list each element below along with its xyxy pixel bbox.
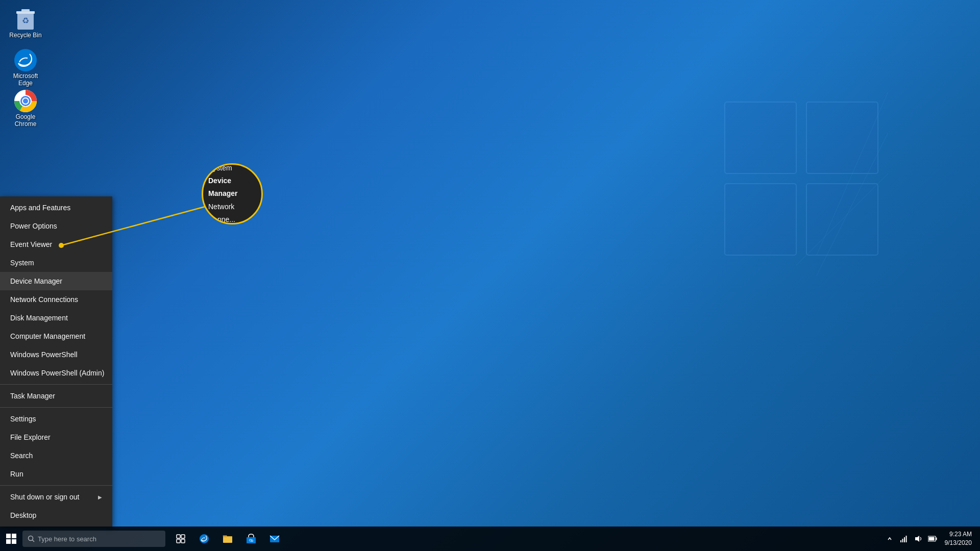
menu-item-run[interactable]: Run (0, 465, 112, 483)
taskbar-app-icons: 🛍 (169, 528, 286, 550)
svg-text:♻: ♻ (22, 16, 29, 25)
svg-point-11 (14, 49, 37, 71)
system-clock[interactable]: 9:23 AM 9/13/2020 (941, 530, 976, 547)
file-explorer-button[interactable] (216, 528, 239, 550)
svg-rect-27 (181, 539, 185, 543)
menu-item-network-connections[interactable]: Network Connections (0, 290, 112, 309)
ms-edge-label: Microsoft Edge (7, 72, 44, 87)
menu-item-settings[interactable]: Settings (0, 410, 112, 428)
separator-2 (0, 407, 112, 408)
store-button[interactable]: 🛍 (240, 528, 262, 550)
menu-item-apps-and-features[interactable]: Apps and Features (0, 198, 112, 217)
svg-rect-24 (177, 535, 180, 538)
svg-point-22 (29, 536, 33, 541)
separator-3 (0, 485, 112, 486)
desktop: ♻ Recycle Bin Microsoft Edge Google Chro… (0, 0, 980, 551)
svg-rect-30 (223, 536, 227, 537)
volume-status-icon (914, 535, 922, 543)
file-explorer-icon (223, 534, 233, 544)
magnifier-text-device-manager: Device Manager (208, 174, 261, 200)
edge-taskbar-icon (199, 534, 209, 544)
mail-button[interactable] (263, 528, 286, 550)
context-menu: Apps and Features Power Options Event Vi… (0, 196, 112, 527)
svg-rect-36 (904, 537, 905, 542)
svg-rect-2 (725, 184, 796, 255)
menu-item-system[interactable]: System (0, 254, 112, 272)
svg-rect-20 (6, 539, 11, 544)
magnifier-text-network: Network Conne... (208, 201, 261, 224)
svg-point-28 (200, 534, 209, 543)
svg-rect-41 (928, 537, 934, 541)
battery-status-icon (928, 536, 937, 542)
recycle-bin-svg: ♻ (13, 7, 38, 32)
svg-line-23 (33, 540, 35, 542)
menu-item-windows-powershell[interactable]: Windows PowerShell (0, 345, 112, 364)
taskbar: Type here to search (0, 527, 980, 551)
svg-point-15 (23, 98, 28, 104)
menu-item-desktop[interactable]: Desktop (0, 506, 112, 524)
menu-item-windows-powershell-admin[interactable]: Windows PowerShell (Admin) (0, 364, 112, 382)
taskbar-left: Type here to search (0, 528, 884, 550)
volume-icon[interactable] (912, 533, 924, 545)
svg-text:🛍: 🛍 (249, 538, 253, 543)
edge-taskbar-button[interactable] (193, 528, 215, 550)
battery-icon[interactable] (926, 533, 939, 545)
svg-rect-26 (177, 539, 180, 543)
search-placeholder: Type here to search (38, 535, 96, 543)
svg-rect-34 (900, 540, 901, 542)
svg-rect-35 (902, 539, 903, 542)
system-tray (884, 533, 939, 545)
chrome-label: Google Chrome (7, 113, 44, 128)
taskbar-search[interactable]: Type here to search (22, 531, 165, 547)
separator-1 (0, 384, 112, 385)
taskbar-right: 9:23 AM 9/13/2020 (884, 530, 980, 547)
svg-rect-0 (725, 102, 796, 173)
ms-edge-icon[interactable]: Microsoft Edge (5, 46, 46, 89)
windows-logo (715, 92, 888, 327)
menu-item-search[interactable]: Search (0, 446, 112, 465)
svg-rect-1 (806, 102, 878, 173)
chevron-up-icon (887, 536, 892, 541)
menu-item-disk-management[interactable]: Disk Management (0, 309, 112, 327)
clock-time: 9:23 AM (945, 530, 972, 539)
task-view-icon (176, 534, 185, 543)
recycle-bin-label: Recycle Bin (9, 32, 41, 39)
clock-date: 9/13/2020 (945, 539, 972, 547)
edge-svg (13, 48, 38, 72)
svg-rect-9 (21, 9, 30, 12)
svg-rect-18 (6, 534, 11, 538)
store-icon: 🛍 (246, 534, 256, 544)
svg-rect-40 (936, 538, 937, 540)
menu-item-device-manager[interactable]: Device Manager (0, 272, 112, 290)
mail-icon (270, 534, 280, 544)
magnifier-text-system: System (208, 163, 232, 174)
task-view-button[interactable] (169, 528, 192, 550)
menu-item-shut-down[interactable]: Shut down or sign out ▶ (0, 488, 112, 506)
chrome-icon[interactable]: Google Chrome (5, 87, 46, 130)
svg-marker-38 (915, 536, 919, 542)
menu-item-task-manager[interactable]: Task Manager (0, 387, 112, 405)
search-icon (28, 535, 35, 542)
network-icon[interactable] (898, 533, 910, 545)
menu-item-file-explorer[interactable]: File Explorer (0, 428, 112, 446)
chrome-svg (13, 89, 38, 113)
notification-chevron[interactable] (884, 533, 896, 545)
magnifier-circle: System Device Manager Network Conne... (202, 163, 263, 224)
svg-rect-25 (181, 535, 185, 538)
svg-rect-19 (12, 534, 16, 538)
network-status-icon (900, 535, 908, 543)
start-icon (6, 534, 16, 544)
menu-item-event-viewer[interactable]: Event Viewer (0, 235, 112, 254)
svg-rect-21 (12, 539, 16, 544)
menu-item-power-options[interactable]: Power Options (0, 217, 112, 235)
submenu-arrow-icon: ▶ (98, 494, 102, 500)
svg-rect-37 (905, 536, 906, 542)
menu-item-computer-management[interactable]: Computer Management (0, 327, 112, 345)
recycle-bin-icon[interactable]: ♻ Recycle Bin (5, 5, 46, 41)
start-button[interactable] (0, 528, 22, 550)
